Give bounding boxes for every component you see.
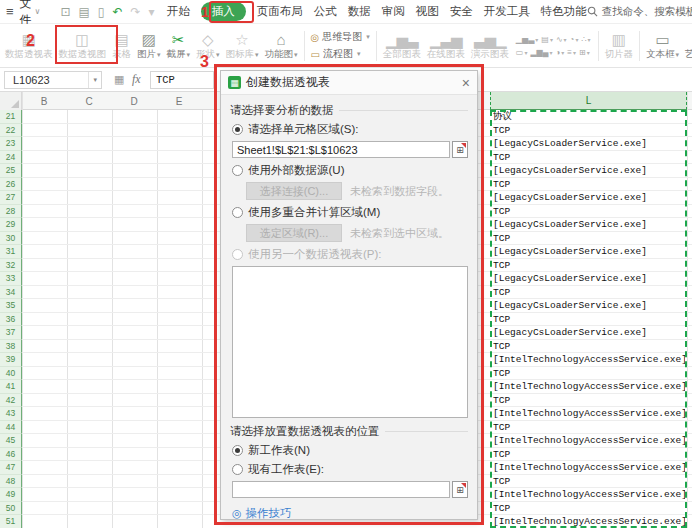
row-header-30[interactable]: 30 xyxy=(0,232,22,246)
cell-L22[interactable]: TCP xyxy=(493,124,685,138)
mind-map-button[interactable]: ◎思维导图▾ xyxy=(311,30,370,44)
radio-button-icon[interactable] xyxy=(232,165,243,176)
select-region-button[interactable]: 选定区域(R)... xyxy=(246,224,342,242)
cell-L33[interactable]: [LegacyCsLoaderService.exe] xyxy=(493,272,685,286)
cell-L28[interactable]: TCP xyxy=(493,205,685,219)
cell-L34[interactable]: TCP xyxy=(493,286,685,300)
row-header-47[interactable]: 47 xyxy=(0,461,22,475)
tab-data[interactable]: 数据 xyxy=(348,4,371,19)
fx-icon[interactable]: fx xyxy=(132,72,141,87)
row-header-22[interactable]: 22 xyxy=(0,124,22,138)
file-menu-caret-icon[interactable]: ∨ xyxy=(35,7,41,16)
radio-existing-worksheet[interactable]: 现有工作表(E): xyxy=(232,462,468,477)
range-input[interactable]: Sheet1!$L$21:$L$10623 xyxy=(232,141,450,158)
chart-type-button[interactable]: ◑▾ xyxy=(555,48,564,57)
cell-L29[interactable]: [LegacyCsLoaderService.exe] xyxy=(493,218,685,232)
radio-multiple-ranges[interactable]: 使用多重合并计算区域(M) xyxy=(232,205,468,220)
column-header-L[interactable]: L xyxy=(490,92,687,110)
row-header-32[interactable]: 32 xyxy=(0,259,22,273)
cell-L36[interactable]: TCP xyxy=(493,313,685,327)
radio-button-icon[interactable] xyxy=(232,207,243,218)
screenshot-button[interactable]: ✂截屏▾ xyxy=(164,25,194,67)
row-header-38[interactable]: 38 xyxy=(0,340,22,354)
tab-formulas[interactable]: 公式 xyxy=(314,4,337,19)
chart-type-button[interactable]: ▁▅▃▾ xyxy=(516,35,538,44)
cell-L35[interactable]: [LegacyCsLoaderService.exe] xyxy=(493,299,685,313)
cell-L21[interactable]: 协议 xyxy=(493,110,685,124)
cell-L51[interactable]: [IntelTechnologyAccessService.exe] xyxy=(493,515,685,528)
row-header-50[interactable]: 50 xyxy=(0,502,22,516)
cell-L27[interactable]: [LegacyCsLoaderService.exe] xyxy=(493,191,685,205)
row-header-40[interactable]: 40 xyxy=(0,367,22,381)
row-header-27[interactable]: 27 xyxy=(0,191,22,205)
chart-type-button[interactable]: ≡▾ xyxy=(567,48,576,57)
chart-type-button[interactable]: ⊞▾ xyxy=(579,48,590,57)
pivot-table-list-box[interactable] xyxy=(232,266,468,418)
cell-L38[interactable]: TCP xyxy=(493,340,685,354)
tips-link[interactable]: ◎ 操作技巧 xyxy=(232,506,468,521)
tab-home[interactable]: 开始 xyxy=(167,4,190,19)
redo-icon[interactable]: ↷ xyxy=(131,5,141,19)
insert-function-icon[interactable]: ▦ xyxy=(114,73,124,86)
radio-button-checked-icon[interactable] xyxy=(232,445,243,456)
radio-button-icon[interactable] xyxy=(232,464,243,475)
row-header-46[interactable]: 46 xyxy=(0,448,22,462)
cell-L42[interactable]: TCP xyxy=(493,394,685,408)
cell-L32[interactable]: TCP xyxy=(493,259,685,273)
row-header-23[interactable]: 23 xyxy=(0,137,22,151)
hamburger-menu-icon[interactable]: ≡ xyxy=(6,4,14,19)
select-all-corner[interactable] xyxy=(0,92,22,110)
chart-type-button[interactable]: ▭▾ xyxy=(516,48,528,57)
row-header-35[interactable]: 35 xyxy=(0,299,22,313)
column-header-B[interactable]: B xyxy=(41,92,48,110)
row-header-37[interactable]: 37 xyxy=(0,326,22,340)
name-box-caret-icon[interactable]: ▾ xyxy=(88,72,101,88)
chart-type-button[interactable]: ∴▾ xyxy=(581,35,590,44)
existing-sheet-range-input[interactable] xyxy=(232,481,450,498)
save-icon[interactable]: ⊡ xyxy=(60,5,70,19)
column-header-C[interactable]: C xyxy=(85,92,92,110)
cell-L50[interactable]: TCP xyxy=(493,502,685,516)
tab-insert[interactable]: 插入 xyxy=(201,2,246,21)
row-header-36[interactable]: 36 xyxy=(0,313,22,327)
range-picker-icon[interactable]: ⊞ xyxy=(452,141,468,158)
row-header-26[interactable]: 26 xyxy=(0,178,22,192)
command-search[interactable]: 查找命令、搜索模板 xyxy=(587,5,692,19)
row-header-39[interactable]: 39 xyxy=(0,353,22,367)
cell-L45[interactable]: [IntelTechnologyAccessService.exe] xyxy=(493,434,685,448)
cell-L39[interactable]: [IntelTechnologyAccessService.exe] xyxy=(493,353,685,367)
row-header-42[interactable]: 42 xyxy=(0,394,22,408)
smart-diagram-button[interactable]: ⌂功能图▾ xyxy=(262,25,301,67)
tab-security[interactable]: 安全 xyxy=(450,4,473,19)
formula-input[interactable]: TCP xyxy=(150,71,214,89)
chart-type-button[interactable]: ◔▾ xyxy=(570,35,579,44)
cell-L37[interactable]: [LegacyCsLoaderService.exe] xyxy=(493,326,685,340)
row-header-24[interactable]: 24 xyxy=(0,151,22,165)
undo-icon[interactable]: ↶ xyxy=(112,5,122,19)
row-header-33[interactable]: 33 xyxy=(0,272,22,286)
row-header-44[interactable]: 44 xyxy=(0,421,22,435)
more-commands-icon[interactable]: ▾ xyxy=(149,5,155,19)
row-header-31[interactable]: 31 xyxy=(0,245,22,259)
radio-new-worksheet[interactable]: 新工作表(N) xyxy=(232,443,468,458)
radio-button-checked-icon[interactable] xyxy=(232,124,243,135)
flow-chart-button[interactable]: ▭流程图▾ xyxy=(311,47,370,61)
cell-L48[interactable]: TCP xyxy=(493,475,685,489)
column-header-E[interactable]: E xyxy=(176,92,183,110)
tab-dev-tools[interactable]: 开发工具 xyxy=(484,4,530,19)
chart-type-button[interactable]: ∿▾ xyxy=(556,35,567,44)
row-header-28[interactable]: 28 xyxy=(0,205,22,219)
picture-button[interactable]: ▨图片▾ xyxy=(134,25,164,67)
dialog-title-bar[interactable]: ▦ 创建数据透视表 × xyxy=(221,71,477,95)
print-preview-icon[interactable]: ▯ xyxy=(98,5,105,19)
row-header-34[interactable]: 34 xyxy=(0,286,22,300)
chart-type-button[interactable]: ▂▆▄▾ xyxy=(530,48,552,57)
tab-page-layout[interactable]: 页面布局 xyxy=(257,4,303,19)
tab-special-features[interactable]: 特色功能 xyxy=(541,4,587,19)
cell-L47[interactable]: [IntelTechnologyAccessService.exe] xyxy=(493,461,685,475)
text-box-button[interactable]: ▭文本框▾ xyxy=(643,25,682,67)
cell-L31[interactable]: [LegacyCsLoaderService.exe] xyxy=(493,245,685,259)
cell-L44[interactable]: TCP xyxy=(493,421,685,435)
close-icon[interactable]: × xyxy=(462,76,470,90)
tab-review[interactable]: 审阅 xyxy=(382,4,405,19)
